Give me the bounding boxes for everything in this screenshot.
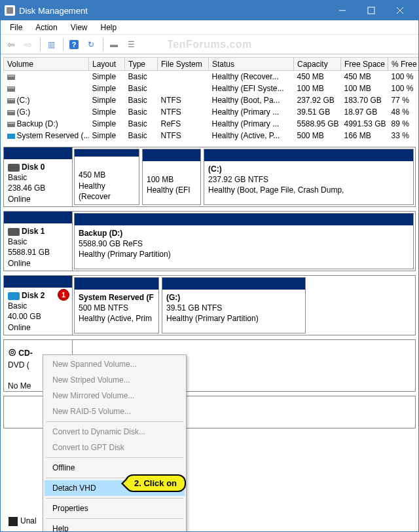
disk-state: Online <box>8 323 31 332</box>
svg-rect-1 <box>368 7 374 14</box>
disk-header-2[interactable]: Disk 2 Basic 40.00 GB Online <box>4 276 73 335</box>
legend-unallocated: Unal <box>9 516 37 526</box>
volume-icon <box>7 86 15 92</box>
menu-file[interactable]: File <box>3 22 29 33</box>
ctx-new-spanned: New Spanned Volume... <box>45 356 185 372</box>
volume-row[interactable]: Backup (D:)SimpleBasicReFSHealthy (Prima… <box>4 118 420 130</box>
volume-icon <box>7 98 15 104</box>
window-title: Disk Management <box>19 6 328 16</box>
col-capacity[interactable]: Capacity <box>294 58 341 71</box>
list-button[interactable] <box>123 37 139 52</box>
annotation-callout: 2. Click on <box>125 474 186 492</box>
ctx-convert-dynamic: Convert to Dynamic Disk... <box>45 424 185 440</box>
toolbar: TenForums.com <box>1 35 418 54</box>
disk-header-1[interactable]: Disk 1 Basic 5588.91 GB Online <box>4 212 73 271</box>
disk-type: DVD ( <box>8 360 29 370</box>
disk-label: CD- <box>18 349 32 358</box>
context-menu: New Spanned Volume... New Striped Volume… <box>43 354 187 532</box>
disk-row-2[interactable]: Disk 2 Basic 40.00 GB Online System Rese… <box>3 275 416 335</box>
ctx-new-raid5: New RAID-5 Volume... <box>45 404 185 419</box>
disk-row-1[interactable]: Disk 1 Basic 5588.91 GB Online Backup (D… <box>3 211 416 271</box>
ctx-help[interactable]: Help <box>45 521 185 532</box>
ctx-new-mirrored: New Mirrored Volume... <box>45 388 185 404</box>
swatch-icon <box>9 517 18 526</box>
partition-d[interactable]: Backup (D:)5588.90 GB ReFSHealthy (Prima… <box>74 213 414 269</box>
separator <box>40 38 41 51</box>
disk-type: Basic <box>8 237 27 246</box>
disk-label: Disk 2 <box>22 291 45 300</box>
view-button[interactable] <box>43 37 59 52</box>
ctx-new-striped: New Striped Volume... <box>45 372 185 388</box>
volume-row[interactable]: (G:)SimpleBasicNTFSHealthy (Primary ...3… <box>4 106 420 118</box>
disk-state: Online <box>8 259 31 268</box>
menu-action[interactable]: Action <box>29 22 64 33</box>
volume-row[interactable]: SimpleBasicHealthy (EFI Syste...100 MB10… <box>4 83 420 94</box>
disk-size: 40.00 GB <box>8 312 41 321</box>
volume-row[interactable]: (C:)SimpleBasicNTFSHealthy (Boot, Pa...2… <box>4 94 420 106</box>
separator <box>46 421 183 422</box>
disk-icon <box>8 228 20 236</box>
titlebar: Disk Management <box>1 1 418 20</box>
annotation-marker-1: 1 <box>58 289 69 301</box>
col-pctfree[interactable]: % Free <box>388 58 420 71</box>
window-buttons <box>328 1 414 20</box>
watermark: TenForums.com <box>167 39 252 50</box>
minimize-button[interactable] <box>328 1 357 20</box>
col-freespace[interactable]: Free Space <box>341 58 388 71</box>
disk-size: 5588.91 GB <box>8 248 50 257</box>
partition-system-reserved[interactable]: System Reserved (F500 MB NTFSHealthy (Ac… <box>74 277 159 333</box>
disk-type: Basic <box>8 173 27 182</box>
volume-list: Volume Layout Type File System Status Ca… <box>3 57 416 142</box>
volume-icon <box>7 110 15 115</box>
menu-help[interactable]: Help <box>94 22 124 33</box>
app-icon <box>5 5 15 16</box>
help-button[interactable] <box>66 37 82 52</box>
refresh-button[interactable] <box>83 37 99 52</box>
disk-state: Online <box>8 195 31 204</box>
separator <box>46 457 183 458</box>
menu-view[interactable]: View <box>64 22 94 33</box>
menubar: File Action View Help <box>1 20 418 35</box>
disk-icon <box>8 164 20 172</box>
volume-icon <box>7 134 15 139</box>
col-layout[interactable]: Layout <box>89 58 125 71</box>
separator <box>46 518 183 519</box>
ctx-offline[interactable]: Offline <box>45 460 185 476</box>
disk-icon <box>8 292 20 300</box>
disk-header-0[interactable]: Disk 0 Basic 238.46 GB Online <box>4 147 73 206</box>
separator <box>103 38 103 51</box>
back-button[interactable] <box>3 37 19 52</box>
separator <box>46 498 183 499</box>
partition-g[interactable]: (G:)39.51 GB NTFSHealthy (Primary Partit… <box>162 277 306 333</box>
separator <box>63 38 64 51</box>
maximize-button[interactable] <box>357 1 386 20</box>
forward-button[interactable] <box>20 37 36 52</box>
disk-type: Basic <box>8 301 27 311</box>
close-button[interactable] <box>386 1 414 20</box>
col-filesystem[interactable]: File System <box>158 58 209 71</box>
ctx-properties[interactable]: Properties <box>45 501 185 516</box>
partition[interactable]: 450 MBHealthy (Recover <box>74 149 139 205</box>
volume-icon <box>7 122 15 127</box>
partition[interactable]: 100 MBHealthy (EFI <box>142 149 201 205</box>
disk-row-0[interactable]: Disk 0 Basic 238.46 GB Online 450 MBHeal… <box>3 147 416 207</box>
disk-button[interactable] <box>106 37 122 52</box>
col-volume[interactable]: Volume <box>4 58 89 71</box>
volume-row[interactable]: SimpleBasicHealthy (Recover...450 MB450 … <box>4 71 420 83</box>
ctx-convert-gpt: Convert to GPT Disk <box>45 440 185 455</box>
volume-row[interactable]: System Reserved (...SimpleBasicNTFSHealt… <box>4 130 420 142</box>
disk-label: Disk 1 <box>22 227 45 236</box>
volume-icon <box>7 75 15 80</box>
col-status[interactable]: Status <box>209 58 294 71</box>
disk-label: Disk 0 <box>22 162 45 172</box>
col-type[interactable]: Type <box>125 58 158 71</box>
partition-c[interactable]: (C:)237.92 GB NTFSHealthy (Boot, Page Fi… <box>204 149 414 205</box>
disk-size: 238.46 GB <box>8 183 45 193</box>
no-media: No Me <box>8 381 31 390</box>
